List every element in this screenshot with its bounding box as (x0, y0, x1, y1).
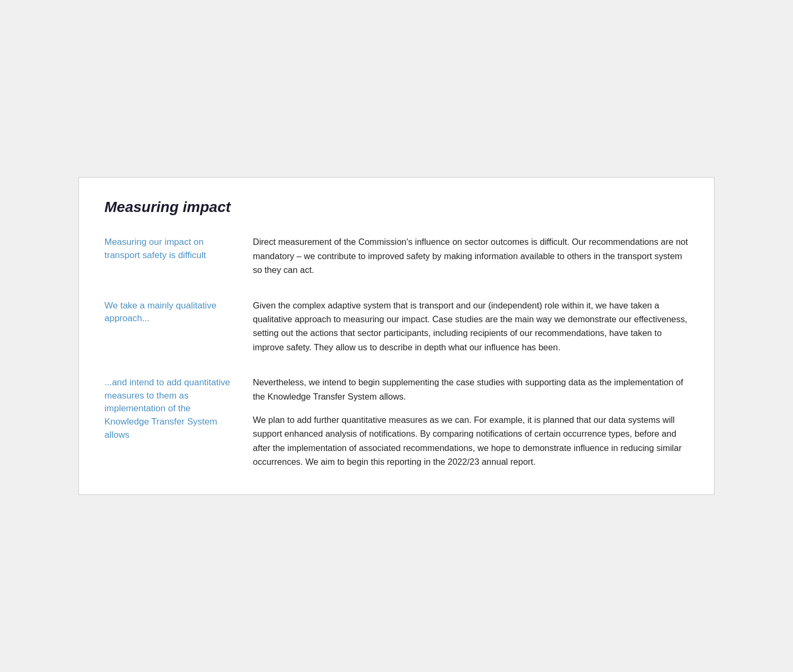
section-2-paragraph-1: Given the complex adaptive system that i… (253, 298, 689, 355)
section-1-right-col: Direct measurement of the Commission's i… (253, 235, 689, 277)
section-3: ...and intend to add quantitative measur… (104, 375, 689, 468)
section-2: We take a mainly qualitative approach...… (104, 298, 689, 355)
section-1-left-col: Measuring our impact on transport safety… (104, 235, 253, 277)
section-3-right-col: Nevertheless, we intend to begin supplem… (253, 375, 689, 468)
section-3-paragraph-2: We plan to add further quantitative meas… (253, 413, 689, 469)
section-3-label: ...and intend to add quantitative measur… (104, 377, 230, 440)
section-2-right-col: Given the complex adaptive system that i… (253, 298, 689, 355)
page-title: Measuring impact (104, 199, 689, 216)
section-2-label: We take a mainly qualitative approach... (104, 300, 216, 324)
section-3-paragraph-1: Nevertheless, we intend to begin supplem… (253, 375, 689, 403)
measuring-impact-card: Measuring impact Measuring our impact on… (78, 177, 715, 494)
section-1: Measuring our impact on transport safety… (104, 235, 689, 277)
section-2-left-col: We take a mainly qualitative approach... (104, 298, 253, 355)
section-1-paragraph-1: Direct measurement of the Commission's i… (253, 235, 689, 277)
section-3-left-col: ...and intend to add quantitative measur… (104, 375, 253, 468)
section-1-label: Measuring our impact on transport safety… (104, 237, 206, 260)
